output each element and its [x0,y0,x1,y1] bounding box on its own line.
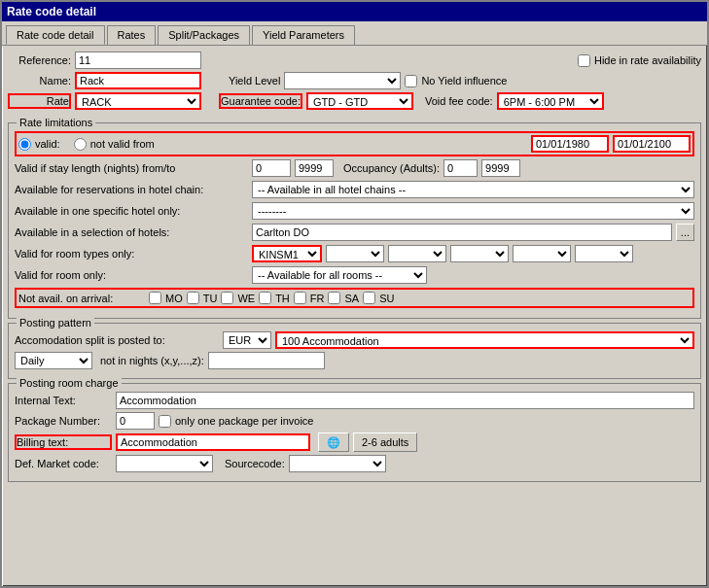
occupancy-label: Occupancy (Adults): [343,162,440,174]
tabs-bar: Rate code detail Rates Split/Packages Yi… [2,21,707,46]
specific-hotel-label: Available in one specific hotel only: [15,205,248,217]
posting-room-charge-title: Posting room charge [17,377,122,389]
browse-button[interactable]: ... [676,224,694,241]
reference-label: Reference: [8,54,71,66]
fr-label: FR [310,293,325,304]
th-label: TH [275,293,290,304]
date-from-input[interactable] [531,135,609,153]
hide-rate-label: Hide in rate availability [594,54,701,66]
we-checkbox[interactable] [221,292,233,304]
valid-row: valid: not valid from [15,131,694,156]
market-label: Def. Market code: [15,458,112,469]
title-bar: Rate code detail [2,2,707,21]
name-input[interactable] [75,72,201,89]
room-type-select-5[interactable] [513,245,571,262]
billing-row: Billing text: 🌐 2-6 adults [15,432,694,452]
specific-hotel-select[interactable]: -------- [252,202,694,220]
split-label: Accomodation split is posted to: [15,334,219,346]
su-label: SU [379,293,394,304]
tab-rates[interactable]: Rates [107,25,157,45]
top-section: Reference: Hide in rate availability Nam… [2,46,707,119]
posting-room-charge-section: Posting room charge Internal Text: Packa… [8,383,701,482]
tu-checkbox[interactable] [187,292,199,304]
tab-yield-parameters[interactable]: Yield Parameters [252,25,355,45]
mo-label: MO [165,293,183,304]
split-row: Accomodation split is posted to: EUR 100… [15,331,694,349]
not-in-nights-input[interactable] [208,352,325,369]
adults-button[interactable]: 2-6 adults [353,432,417,452]
yield-label: Yield Level [229,75,280,86]
guarantee-label: Guarantee code: [219,93,302,109]
occ-to-input[interactable] [481,159,520,177]
selection-hotels-row: Available in a selection of hotels: ... [15,224,694,241]
tab-rate-code-detail[interactable]: Rate code detail [6,25,105,45]
date-to-input[interactable] [613,135,691,153]
void-fee-select[interactable]: 6PM - 6:00 PM [497,92,604,110]
valid-label: valid: [35,138,60,150]
window-title: Rate code detail [7,5,96,18]
stay-length-label: Valid if stay length (nights) from/to [15,162,248,174]
room-type-select-6[interactable] [575,245,633,262]
stay-to-input[interactable] [295,159,334,177]
specific-hotel-row: Available in one specific hotel only: --… [15,202,694,220]
market-select[interactable] [116,455,213,472]
valid-radio[interactable] [18,138,31,151]
selection-label: Available in a selection of hotels: [15,226,248,238]
reference-row: Reference: Hide in rate availability [8,52,701,69]
th-checkbox[interactable] [259,292,271,304]
sourcecode-label: Sourcecode: [225,458,285,469]
yield-select[interactable] [284,72,401,89]
room-types-label: Valid for room types only: [15,248,248,259]
reference-input[interactable] [75,52,201,69]
hotel-chain-select[interactable]: -- Available in all hotel chains -- [252,181,694,198]
no-yield-checkbox[interactable] [405,75,417,87]
tu-label: TU [203,293,218,304]
currency-select[interactable]: EUR [223,331,271,349]
globe-button[interactable]: 🌐 [318,432,349,452]
not-valid-radio[interactable] [74,138,87,151]
not-in-nights-label: not in nights (x,y,...,z): [100,355,204,366]
billing-input[interactable] [116,433,310,451]
rate-select[interactable]: RACK [75,92,201,110]
room-only-row: Valid for room only: -- Available for al… [15,266,694,284]
we-label: WE [237,293,255,304]
one-package-checkbox[interactable] [159,415,171,428]
sourcecode-select[interactable] [289,455,386,472]
frequency-select[interactable]: Daily [15,352,92,369]
room-types-row: Valid for room types only: KINSM1 [15,245,694,262]
one-package-label: only one package per invoice [175,415,313,427]
tab-split-packages[interactable]: Split/Packages [158,25,250,45]
not-avail-row: Not avail. on arrival: MO TU WE TH FR SA… [15,288,694,308]
package-input[interactable] [116,412,155,430]
market-row: Def. Market code: Sourcecode: [15,455,694,472]
room-type-select-3[interactable] [388,245,446,262]
internal-input[interactable] [116,392,694,409]
room-type-select-1[interactable]: KINSM1 [252,245,322,262]
guarantee-select[interactable]: GTD - GTD [306,92,413,110]
package-label: Package Number: [15,415,112,427]
room-only-label: Valid for room only: [15,269,248,281]
package-row: Package Number: only one package per inv… [15,412,694,430]
fr-checkbox[interactable] [294,292,306,304]
frequency-row: Daily not in nights (x,y,...,z): [15,352,694,369]
internal-label: Internal Text: [15,395,112,406]
account-select[interactable]: 100 Accommodation [275,331,694,349]
stay-from-input[interactable] [252,159,291,177]
name-row: Name: Yield Level No Yield influence [8,72,701,89]
selection-input[interactable] [252,224,672,241]
su-checkbox[interactable] [363,292,375,304]
room-only-select[interactable]: -- Available for all rooms -- [252,266,427,284]
rate-limitations-title: Rate limitations [17,117,95,128]
sa-checkbox[interactable] [328,292,340,304]
mo-checkbox[interactable] [149,292,161,304]
no-yield-label: No Yield influence [421,75,507,86]
internal-text-row: Internal Text: [15,392,694,409]
posting-pattern-section: Posting pattern Accomodation split is po… [8,323,701,379]
rate-label: Rate [8,93,71,109]
occ-from-input[interactable] [443,159,478,177]
room-type-select-4[interactable] [450,245,509,262]
room-type-select-2[interactable] [326,245,384,262]
hide-rate-checkbox[interactable] [578,54,590,67]
sa-label: SA [344,293,359,304]
hotel-chain-row: Available for reservations in hotel chai… [15,181,694,198]
